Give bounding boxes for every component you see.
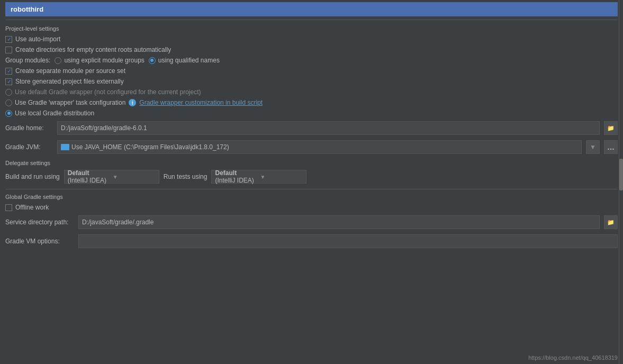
gradle-home-input[interactable] [61,124,596,132]
service-dir-label: Service directory path: [5,219,74,226]
local-distribution-label: Use local Gradle distribution [15,110,94,117]
radio-default-wrapper-circle[interactable] [5,89,12,96]
global-gradle-label: Global Gradle settings [5,192,618,202]
offline-work-row: Offline work [5,202,618,213]
separator [5,20,618,20]
info-icon[interactable]: i [129,99,136,106]
create-dirs-label: Create directories for empty content roo… [15,46,171,53]
gradle-vm-label: Gradle VM options: [5,238,74,245]
run-tests-arrow: ▼ [260,174,303,180]
project-level-section-label: Project-level settings [0,23,623,34]
java-home-icon [61,144,69,150]
auto-import-label: Use auto-import [15,35,60,43]
radio-local-distribution[interactable]: Use local Gradle distribution [5,110,94,117]
radio-qualified-names[interactable]: using qualified names [149,57,220,64]
store-generated-checkbox-box[interactable] [5,78,12,85]
default-wrapper-row: Use default Gradle wrapper (not configur… [5,87,618,97]
gradle-jvm-input-wrapper[interactable]: Use JAVA_HOME (C:\Program Files\Java\jdk… [57,140,582,154]
gradle-vm-input-wrapper[interactable] [78,234,618,248]
build-run-dropdown[interactable]: Default (IntelliJ IDEA) ▼ [64,170,159,184]
build-run-row: Build and run using Default (IntelliJ ID… [5,168,618,186]
delegate-section-label: Delegate settings [5,157,618,168]
url-watermark: https://blog.csdn.net/qq_40618319 [528,354,618,361]
gradle-jvm-row: Gradle JVM: Use JAVA_HOME (C:\Program Fi… [5,138,618,157]
gradle-home-row: Gradle home: [5,119,618,138]
radio-qualified-label: using qualified names [158,57,220,64]
scrollbar-thumb[interactable] [619,159,623,190]
scrollbar[interactable] [619,0,623,364]
create-dirs-checkbox[interactable]: Create directories for empty content roo… [5,46,171,53]
run-tests-label: Run tests using [164,173,207,180]
store-generated-label: Store generated project files externally [15,78,124,85]
project-name: robotthird [11,5,43,13]
offline-work-checkbox[interactable]: Offline work [5,204,49,211]
gradle-jvm-dropdown-btn[interactable]: ▼ [586,140,600,154]
run-tests-selected: Default (IntelliJ IDEA) [215,169,258,184]
radio-default-wrapper[interactable]: Use default Gradle wrapper (not configur… [5,88,201,96]
gradle-jvm-label: Gradle JVM: [5,143,53,151]
offline-work-label: Offline work [15,204,49,211]
group-modules-label: Group modules: [5,57,50,64]
local-distribution-row: Use local Gradle distribution [5,108,618,119]
create-dirs-checkbox-box[interactable] [5,47,12,53]
create-dirs-row: Create directories for empty content roo… [5,44,618,55]
service-dir-folder-btn[interactable] [604,215,618,229]
radio-wrapper-task[interactable]: Use Gradle 'wrapper' task configuration [5,99,125,106]
group-modules-row: Group modules: using explicit module gro… [5,55,618,66]
offline-work-checkbox-box[interactable] [5,204,12,211]
build-run-arrow: ▼ [113,174,156,180]
project-name-bar: robotthird [5,2,618,16]
use-auto-import-checkbox[interactable]: Use auto-import [5,35,60,43]
auto-import-row: Use auto-import [5,34,618,44]
create-module-label: Create separate module per source set [15,67,125,75]
build-run-label: Build and run using [5,173,60,180]
create-module-checkbox-box[interactable] [5,68,12,75]
gradle-home-input-wrapper[interactable] [57,121,600,135]
default-wrapper-label: Use default Gradle wrapper (not configur… [15,88,201,96]
service-dir-input[interactable] [82,219,596,226]
radio-qualified-circle[interactable] [149,57,156,64]
gradle-home-folder-btn[interactable] [604,121,618,135]
radio-local-distribution-circle[interactable] [5,110,12,117]
radio-wrapper-task-circle[interactable] [5,99,12,106]
gradle-jvm-value: Use JAVA_HOME (C:\Program Files\Java\jdk… [71,143,229,151]
run-tests-dropdown[interactable]: Default (IntelliJ IDEA) ▼ [211,170,306,184]
gradle-jvm-dots-btn[interactable]: … [604,140,618,154]
gradle-home-label: Gradle home: [5,124,53,132]
create-module-checkbox[interactable]: Create separate module per source set [5,67,125,75]
gradle-vm-input[interactable] [82,238,614,245]
auto-import-checkbox-box[interactable] [5,36,12,43]
service-dir-row: Service directory path: [5,213,618,232]
wrapper-task-label: Use Gradle 'wrapper' task configuration [15,99,125,106]
radio-explicit-module-groups[interactable]: using explicit module groups [55,57,144,64]
radio-explicit-label: using explicit module groups [64,57,144,64]
gradle-wrapper-info-link[interactable]: Gradle wrapper customization in build sc… [139,99,263,106]
build-run-selected: Default (IntelliJ IDEA) [68,169,111,184]
wrapper-task-row: Use Gradle 'wrapper' task configuration … [5,97,618,108]
settings-area: Use auto-import Create directories for e… [0,34,623,364]
service-dir-input-wrapper[interactable] [78,215,600,229]
radio-explicit-circle[interactable] [55,57,61,64]
gradle-vm-row: Gradle VM options: [5,232,618,251]
create-module-row: Create separate module per source set [5,66,618,76]
store-generated-row: Store generated project files externally [5,76,618,87]
global-section: Global Gradle settings Offline work Serv… [5,189,618,251]
settings-dialog: robotthird Project-level settings Use au… [0,0,623,364]
store-generated-checkbox[interactable]: Store generated project files externally [5,78,124,85]
